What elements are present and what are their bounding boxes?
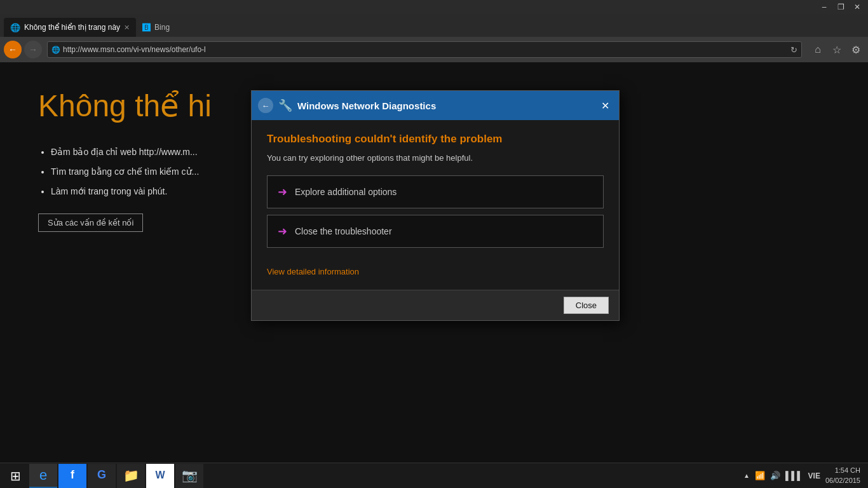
taskbar: ⊞ e f G 📁 W 📷 ▲ 📶 🔊 ▌▌▌ VIE 1:54 CH 06/0… (0, 463, 868, 488)
home-button[interactable]: ⌂ (810, 41, 826, 58)
restore-button[interactable]: ❐ (832, 1, 849, 13)
taskbar-explorer[interactable]: 📁 (117, 464, 145, 488)
network-diagnostics-dialog: ← 🔧 Windows Network Diagnostics ✕ Troubl… (251, 90, 620, 321)
browser-tabs-bar: 🌐 Không thể hiển thị trang này ✕ 🅱 Bing (0, 14, 868, 37)
tab-favicon: 🌐 (10, 23, 20, 32)
close-window-button[interactable]: ✕ (849, 1, 865, 13)
language-indicator[interactable]: VIE (808, 471, 820, 480)
settings-button[interactable]: ⚙ (848, 41, 864, 58)
explore-options-label: Explore additional options (295, 187, 397, 197)
close-dialog-button[interactable]: Close (564, 297, 609, 314)
forward-button[interactable]: → (24, 41, 42, 58)
tab-close-icon[interactable]: ✕ (124, 24, 130, 32)
back-button[interactable]: ← (4, 41, 22, 58)
clock-time: 1:54 CH (825, 466, 860, 475)
tab-label: Không thể hiển thị trang này (24, 23, 120, 32)
address-favicon: 🌐 (51, 46, 60, 54)
taskbar-facebook[interactable]: f (58, 464, 86, 488)
taskbar-app6[interactable]: 📷 (175, 464, 203, 488)
refresh-icon[interactable]: ↻ (790, 45, 797, 55)
volume-icon[interactable]: 🔊 (770, 471, 780, 480)
address-input[interactable] (63, 45, 790, 54)
dialog-title-text: Windows Network Diagnostics (297, 100, 592, 111)
tab-page[interactable]: 🌐 Không thể hiển thị trang này ✕ (4, 18, 136, 37)
minimize-button[interactable]: – (816, 1, 832, 13)
toolbar-right: ⌂ ☆ ⚙ (810, 41, 864, 58)
network-icon[interactable]: 📶 (755, 471, 765, 480)
dialog-heading: Troubleshooting couldn't identify the pr… (267, 133, 604, 146)
close-troubleshooter-row[interactable]: ➜ Close the troubleshooter (267, 215, 604, 248)
dialog-close-button[interactable]: ✕ (597, 98, 613, 113)
start-button[interactable]: ⊞ (3, 464, 28, 488)
taskbar-word[interactable]: W (146, 464, 174, 488)
close-troubleshooter-label: Close the troubleshooter (295, 226, 392, 236)
browser-toolbar: ← → 🌐 ↻ ⌂ ☆ ⚙ (0, 37, 868, 62)
dialog-bottom-bar: Close (252, 290, 619, 320)
taskbar-right: ▲ 📶 🔊 ▌▌▌ VIE 1:54 CH 06/02/2015 (743, 466, 865, 485)
taskbar-google[interactable]: G (88, 464, 116, 488)
dialog-title-icon: 🔧 (278, 98, 292, 112)
dialog-overlay: ← 🔧 Windows Network Diagnostics ✕ Troubl… (0, 62, 868, 463)
show-hidden-icon[interactable]: ▲ (743, 472, 750, 479)
bing-label: Bing (154, 23, 170, 32)
view-detail-link[interactable]: View detailed information (267, 267, 359, 276)
signal-bars: ▌▌▌ (785, 471, 803, 480)
taskbar-ie[interactable]: e (29, 464, 57, 488)
explore-options-row[interactable]: ➜ Explore additional options (267, 175, 604, 208)
dialog-subtext: You can try exploring other options that… (267, 153, 604, 163)
close-arrow-icon: ➜ (278, 224, 287, 238)
clock-date: 06/02/2015 (825, 476, 860, 485)
address-bar-container: 🌐 ↻ (47, 41, 802, 58)
dialog-back-button[interactable]: ← (258, 98, 273, 113)
taskbar-clock[interactable]: 1:54 CH 06/02/2015 (825, 466, 860, 485)
browser-titlebar: – ❐ ✕ (0, 0, 868, 14)
favorites-button[interactable]: ☆ (829, 41, 845, 58)
dialog-footer-link: View detailed information (267, 258, 604, 277)
explore-arrow-icon: ➜ (278, 185, 287, 199)
bing-favicon: 🅱 (142, 23, 151, 32)
dialog-titlebar: ← 🔧 Windows Network Diagnostics ✕ (252, 91, 619, 120)
dialog-body: Troubleshooting couldn't identify the pr… (252, 120, 619, 290)
tab-bing[interactable]: 🅱 Bing (136, 18, 187, 37)
